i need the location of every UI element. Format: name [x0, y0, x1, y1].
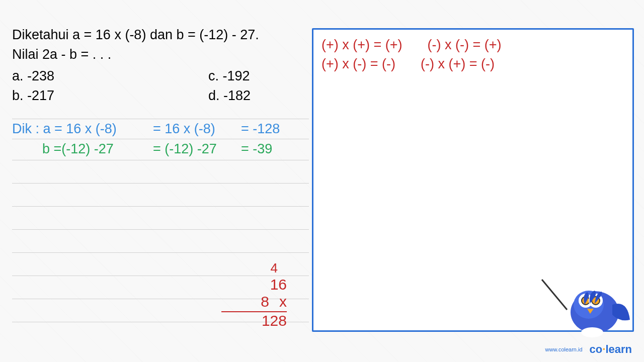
- rule-1: (+) x (+) = (+): [321, 36, 403, 55]
- work-b-label: b =(-12) -27: [12, 141, 153, 157]
- work-a-res: = -128: [241, 121, 280, 137]
- brand-name-b: learn: [605, 343, 632, 355]
- problem-line-1: Diketahui a = 16 x (-8) dan b = (-12) - …: [12, 25, 309, 45]
- work-b-res: = -39: [241, 141, 272, 157]
- work-line-a: Dik : a = 16 x (-8) = 16 x (-8) = -128: [12, 119, 309, 139]
- brand-name-a: co: [590, 343, 603, 355]
- work-b-mid: = (-12) -27: [153, 141, 241, 157]
- calc-result: 128: [221, 312, 287, 329]
- rules-row-2: (+) x (-) = (-) (-) x (+) = (-): [321, 55, 624, 74]
- work-a-label: Dik : a = 16 x (-8): [12, 121, 153, 137]
- calc-row-op: 8 x: [221, 293, 287, 310]
- bird-icon: [539, 269, 635, 345]
- rules-row-1: (+) x (+) = (+) (-) x (-) = (+): [321, 36, 624, 55]
- multiplication-work: 4 16 8 x 128: [221, 260, 287, 329]
- rule-4: (-) x (+) = (-): [421, 55, 495, 74]
- problem-line-2: Nilai 2a - b = . . .: [12, 45, 309, 64]
- brand-logo: co·learn: [590, 343, 632, 356]
- calc-carry: 4: [212, 260, 278, 276]
- option-b: b. -217: [12, 88, 208, 104]
- rule-2: (-) x (-) = (+): [428, 36, 502, 55]
- mascot-bird: [539, 269, 635, 345]
- options-row-2: b. -217 d. -182: [12, 88, 309, 104]
- option-d: d. -182: [208, 88, 251, 104]
- brand-url: www.colearn.id: [545, 346, 583, 352]
- calc-n1: 16: [221, 276, 287, 293]
- calc-n2: 8: [261, 293, 269, 310]
- option-a: a. -238: [12, 68, 208, 84]
- svg-line-0: [542, 280, 567, 310]
- rule-3: (+) x (-) = (-): [321, 55, 395, 74]
- work-a-mid: = 16 x (-8): [153, 121, 241, 137]
- options-row-1: a. -238 c. -192: [12, 68, 309, 84]
- svg-point-7: [581, 327, 603, 337]
- option-c: c. -192: [208, 68, 250, 84]
- calc-op: x: [279, 293, 287, 310]
- work-line-b: b =(-12) -27 = (-12) -27 = -39: [12, 139, 309, 159]
- brand-footer: www.colearn.id co·learn: [545, 343, 632, 356]
